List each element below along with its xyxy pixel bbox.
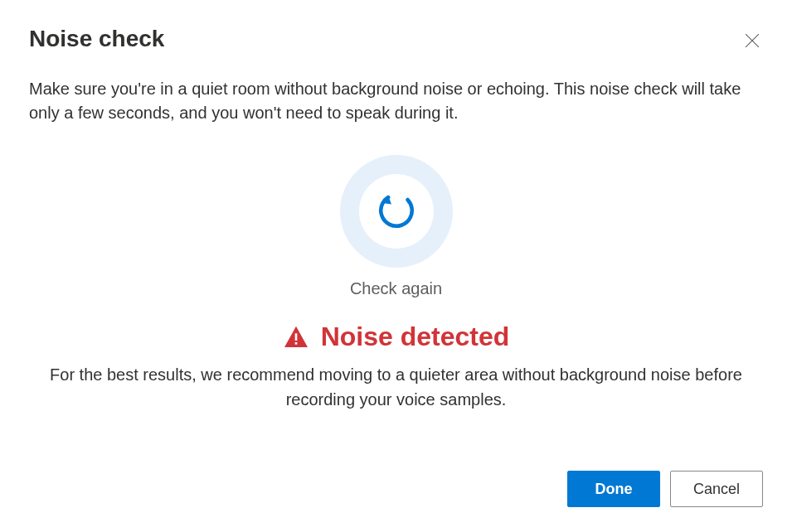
svg-rect-3 xyxy=(294,342,297,345)
check-button-inner xyxy=(359,174,434,249)
alert-heading: Noise detected xyxy=(283,322,510,352)
alert-message: For the best results, we recommend movin… xyxy=(32,362,761,412)
check-area: Check again Noise detected For the best … xyxy=(29,155,763,412)
alert-title: Noise detected xyxy=(321,322,510,352)
done-button[interactable]: Done xyxy=(567,471,660,507)
refresh-icon xyxy=(376,190,417,234)
check-again-label: Check again xyxy=(350,279,442,298)
noise-check-dialog: Noise check Make sure you're in a quiet … xyxy=(0,0,792,532)
close-button[interactable] xyxy=(741,30,763,54)
cancel-button[interactable]: Cancel xyxy=(670,471,763,507)
warning-icon xyxy=(283,324,309,351)
close-icon xyxy=(745,33,760,51)
dialog-footer: Done Cancel xyxy=(567,471,763,507)
dialog-header: Noise check xyxy=(29,25,763,54)
dialog-title: Noise check xyxy=(29,25,164,53)
svg-rect-2 xyxy=(294,333,297,341)
dialog-description: Make sure you're in a quiet room without… xyxy=(29,77,763,125)
check-again-button[interactable] xyxy=(340,155,453,268)
